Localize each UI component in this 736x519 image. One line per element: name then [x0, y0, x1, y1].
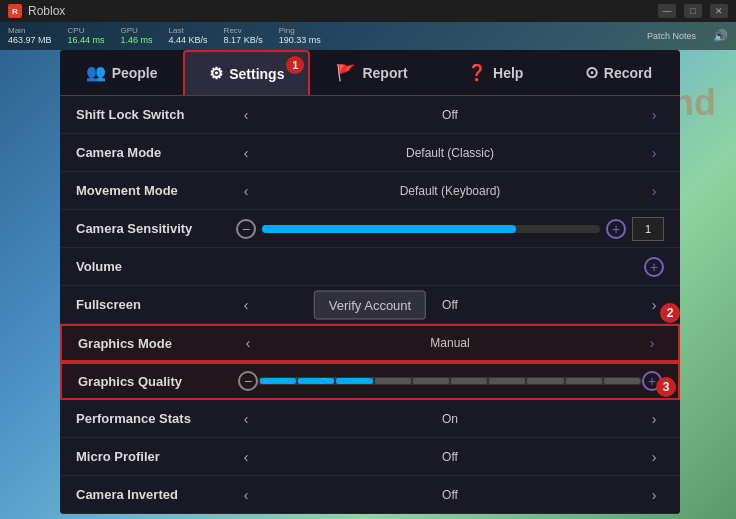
shift-lock-value: Off — [256, 108, 644, 122]
shift-lock-left-arrow[interactable]: ‹ — [236, 105, 256, 125]
movement-mode-right-arrow[interactable]: › — [644, 181, 664, 201]
settings-icon: ⚙ — [209, 64, 223, 83]
titlebar: R Roblox — □ ✕ — [0, 0, 736, 22]
titlebar-left: R Roblox — [8, 4, 65, 18]
stat-gpu: GPU 1.46 ms — [121, 26, 153, 46]
performance-stats-left-arrow[interactable]: ‹ — [236, 409, 256, 429]
menu-panel: 👥 People ⚙ Settings 1 🚩 Report ❓ Help ⊙ … — [60, 50, 680, 514]
camera-sensitivity-plus[interactable]: + — [606, 219, 626, 239]
performance-stats-label: Performance Stats — [76, 411, 236, 426]
micro-profiler-label: Micro Profiler — [76, 449, 236, 464]
camera-sensitivity-track[interactable] — [262, 225, 600, 233]
close-btn[interactable]: ✕ — [710, 4, 728, 18]
camera-sensitivity-fill — [262, 225, 516, 233]
app-icon: R — [8, 4, 22, 18]
tab-report-label: Report — [362, 65, 407, 81]
volume-icon[interactable]: 🔊 — [712, 28, 728, 44]
help-icon: ❓ — [467, 63, 487, 82]
settings-content: Shift Lock Switch ‹ Off › Camera Mode ‹ … — [60, 96, 680, 514]
camera-sensitivity-minus[interactable]: − — [236, 219, 256, 239]
setting-camera-inverted: Camera Inverted ‹ Off › — [60, 476, 680, 514]
report-icon: 🚩 — [336, 63, 356, 82]
stat-gpu-value: 1.46 ms — [121, 35, 153, 46]
camera-mode-label: Camera Mode — [76, 145, 236, 160]
movement-mode-left-arrow[interactable]: ‹ — [236, 181, 256, 201]
gq-seg-1 — [260, 378, 296, 384]
patch-notes[interactable]: Patch Notes — [647, 31, 696, 41]
verify-account-popup[interactable]: Verify Account — [314, 290, 426, 319]
performance-stats-right-arrow[interactable]: › — [644, 409, 664, 429]
camera-mode-value: Default (Classic) — [256, 146, 644, 160]
stat-main-label: Main — [8, 26, 52, 36]
tab-people-label: People — [112, 65, 158, 81]
setting-movement-mode: Movement Mode ‹ Default (Keyboard) › — [60, 172, 680, 210]
performance-stats-value: On — [256, 412, 644, 426]
stat-gpu-label: GPU — [121, 26, 153, 36]
stat-cpu-label: CPU — [68, 26, 105, 36]
tab-people[interactable]: 👥 People — [60, 50, 183, 95]
micro-profiler-right-arrow[interactable]: › — [644, 447, 664, 467]
graphics-mode-label: Graphics Mode — [78, 336, 238, 351]
stat-recv: Recv 8.17 KB/s — [224, 26, 263, 46]
stats-bar: Main 463.97 MB CPU 16.44 ms GPU 1.46 ms … — [0, 22, 736, 50]
fullscreen-label: Fullscreen — [76, 297, 236, 312]
setting-fullscreen: Fullscreen ‹ Verify Account Off › 2 — [60, 286, 680, 324]
gq-seg-8 — [527, 378, 563, 384]
graphics-quality-plus[interactable]: + 3 — [642, 371, 662, 391]
camera-inverted-label: Camera Inverted — [76, 487, 236, 502]
graphics-mode-left-arrow[interactable]: ‹ — [238, 333, 258, 353]
movement-mode-label: Movement Mode — [76, 183, 236, 198]
stat-recv-label: Recv — [224, 26, 263, 36]
stat-ping: Ping 190.33 ms — [279, 26, 321, 46]
micro-profiler-value: Off — [256, 450, 644, 464]
fullscreen-right-arrow[interactable]: › 2 — [644, 295, 664, 315]
gq-seg-7 — [489, 378, 525, 384]
tab-bar: 👥 People ⚙ Settings 1 🚩 Report ❓ Help ⊙ … — [60, 50, 680, 96]
camera-inverted-value: Off — [256, 488, 644, 502]
stat-ping-label: Ping — [279, 26, 321, 36]
settings-badge: 1 — [286, 56, 304, 74]
camera-mode-right-arrow[interactable]: › — [644, 143, 664, 163]
camera-mode-left-arrow[interactable]: ‹ — [236, 143, 256, 163]
graphics-mode-value: Manual — [258, 336, 642, 350]
setting-volume: Volume + — [60, 248, 680, 286]
camera-inverted-right-arrow[interactable]: › — [644, 485, 664, 505]
volume-plus[interactable]: + — [644, 257, 664, 277]
tab-record-label: Record — [604, 65, 652, 81]
tab-help-label: Help — [493, 65, 523, 81]
minimize-btn[interactable]: — — [658, 4, 676, 18]
graphics-quality-track[interactable] — [258, 377, 642, 385]
setting-shift-lock-switch: Shift Lock Switch ‹ Off › — [60, 96, 680, 134]
stat-last: Last 4.44 KB/s — [169, 26, 208, 46]
gq-seg-9 — [566, 378, 602, 384]
tab-record[interactable]: ⊙ Record — [557, 50, 680, 95]
game-area: island Main 463.97 MB CPU 16.44 ms GPU 1… — [0, 22, 736, 519]
stat-cpu-value: 16.44 ms — [68, 35, 105, 46]
tab-help[interactable]: ❓ Help — [434, 50, 557, 95]
record-icon: ⊙ — [585, 63, 598, 82]
graphics-quality-minus[interactable]: − — [238, 371, 258, 391]
gq-seg-2 — [298, 378, 334, 384]
annotation-badge-3: 3 — [656, 377, 676, 397]
setting-graphics-quality: Graphics Quality − + 3 — [60, 362, 680, 400]
gq-seg-4 — [375, 378, 411, 384]
annotation-badge-2: 2 — [660, 303, 680, 323]
camera-inverted-left-arrow[interactable]: ‹ — [236, 485, 256, 505]
shift-lock-right-arrow[interactable]: › — [644, 105, 664, 125]
gq-seg-5 — [413, 378, 449, 384]
camera-sensitivity-number: 1 — [632, 217, 664, 241]
graphics-mode-right-arrow[interactable]: › — [642, 333, 662, 353]
fullscreen-left-arrow[interactable]: ‹ — [236, 295, 256, 315]
stat-ping-value: 190.33 ms — [279, 35, 321, 46]
movement-mode-value: Default (Keyboard) — [256, 184, 644, 198]
stat-cpu: CPU 16.44 ms — [68, 26, 105, 46]
stat-recv-value: 8.17 KB/s — [224, 35, 263, 46]
tab-settings[interactable]: ⚙ Settings 1 — [183, 50, 310, 95]
maximize-btn[interactable]: □ — [684, 4, 702, 18]
setting-camera-sensitivity: Camera Sensitivity − + 1 — [60, 210, 680, 248]
people-icon: 👥 — [86, 63, 106, 82]
micro-profiler-left-arrow[interactable]: ‹ — [236, 447, 256, 467]
tab-report[interactable]: 🚩 Report — [310, 50, 433, 95]
stat-last-value: 4.44 KB/s — [169, 35, 208, 46]
camera-sensitivity-label: Camera Sensitivity — [76, 221, 236, 236]
